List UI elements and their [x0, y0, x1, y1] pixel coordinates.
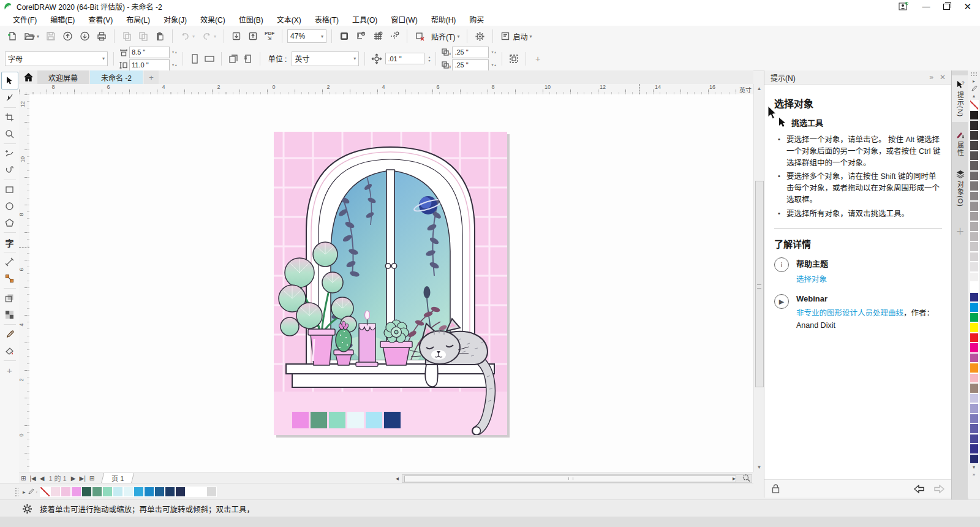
color-swatch[interactable] — [970, 282, 979, 292]
no-color-swatch[interactable] — [970, 100, 979, 110]
duplicate-button[interactable] — [136, 29, 151, 44]
menu-item[interactable]: 工具(O) — [345, 14, 384, 25]
copy-button[interactable] — [119, 29, 134, 44]
show-rulers-button[interactable] — [353, 29, 369, 44]
color-swatch[interactable] — [970, 151, 979, 161]
forward-arrow-icon[interactable] — [933, 485, 944, 493]
help-topic-link[interactable]: 选择对象 — [796, 275, 827, 284]
document-palette-scroll-left-icon[interactable]: ‹ — [34, 489, 40, 495]
ellipse-tool[interactable] — [2, 198, 18, 214]
shape-tool[interactable] — [2, 89, 18, 106]
color-swatch[interactable] — [970, 383, 979, 393]
document-palette-handle[interactable] — [15, 487, 18, 497]
treat-as-filled-button[interactable] — [508, 53, 520, 65]
scroll-up-icon[interactable]: ▲ — [754, 86, 764, 91]
color-swatch[interactable] — [970, 211, 979, 222]
color-swatch[interactable] — [970, 343, 979, 353]
color-swatch[interactable] — [970, 131, 979, 141]
color-swatch[interactable] — [165, 487, 175, 497]
current-page-button[interactable] — [242, 53, 254, 65]
menu-item[interactable]: 文件(F) — [6, 14, 43, 25]
color-swatch[interactable] — [970, 434, 979, 444]
color-swatch[interactable] — [970, 201, 979, 211]
snap-off-button[interactable] — [412, 29, 427, 44]
show-grid-button[interactable] — [371, 29, 385, 44]
color-swatch[interactable] — [970, 403, 979, 414]
color-swatch[interactable] — [970, 110, 979, 121]
duplicate-distance-y-field[interactable]: .25 " — [452, 59, 489, 71]
first-page-button[interactable]: |◀ — [28, 475, 37, 482]
color-swatch[interactable] — [50, 487, 61, 497]
no-color-swatch[interactable] — [40, 487, 50, 497]
color-swatch[interactable] — [970, 313, 979, 323]
parallel-dimension-tool[interactable] — [2, 254, 18, 270]
color-swatch[interactable] — [123, 487, 134, 497]
collapse-docker-icon[interactable]: » — [929, 73, 933, 82]
color-swatch[interactable] — [154, 487, 165, 497]
color-swatch[interactable] — [970, 302, 979, 313]
drop-shadow-tool[interactable] — [2, 290, 18, 306]
redo-button[interactable]: ▾ — [199, 29, 219, 44]
webinar-link[interactable]: 非专业的图形设计人员处理曲线 — [796, 309, 903, 317]
color-swatch[interactable] — [970, 333, 979, 343]
color-swatch[interactable] — [970, 322, 979, 333]
color-swatch[interactable] — [970, 120, 979, 131]
all-pages-button[interactable] — [227, 53, 239, 65]
add-docker-button[interactable]: ＋ — [956, 224, 965, 237]
cloud-download-icon[interactable] — [77, 29, 92, 44]
snap-to-menu[interactable]: 贴齐(T)▾ — [429, 29, 462, 44]
color-swatch[interactable] — [970, 414, 979, 424]
vertical-ruler[interactable]: 121086420 — [19, 94, 30, 472]
menu-item[interactable]: 编辑(E) — [43, 14, 81, 25]
color-swatch[interactable] — [970, 353, 979, 363]
color-swatch[interactable] — [970, 454, 979, 464]
color-swatch[interactable] — [970, 373, 979, 384]
palette-scroll-down-icon[interactable]: ▾ — [973, 464, 975, 471]
page-size-preset-combo[interactable]: 字母▾ — [5, 51, 108, 66]
landscape-orientation-button[interactable] — [203, 53, 216, 65]
tab-welcome-screen[interactable]: 欢迎屏幕 — [37, 70, 89, 84]
palette-scroll-up-icon[interactable]: ▴ — [973, 93, 975, 100]
color-swatch[interactable] — [71, 487, 81, 497]
text-tool[interactable]: 字 — [2, 234, 18, 251]
color-swatch[interactable] — [970, 292, 979, 303]
palette-flyout-icon[interactable]: ▸ — [973, 78, 975, 85]
color-swatch[interactable] — [970, 272, 979, 282]
docker-tab-objects[interactable]: 对象(O) — [952, 165, 968, 212]
palette-expand-icon[interactable]: » — [973, 471, 975, 479]
close-docker-icon[interactable]: ✕ — [940, 73, 946, 82]
publish-to-pdf-button[interactable]: PDF⇲ — [262, 29, 277, 44]
options-gear-button[interactable] — [472, 29, 488, 44]
hscroll-right-icon[interactable]: ▸ — [731, 475, 737, 482]
color-swatch[interactable] — [134, 487, 144, 497]
nudge-offset-field[interactable]: .01 " — [385, 53, 424, 64]
show-guidelines-button[interactable] — [387, 29, 402, 44]
color-swatch[interactable] — [196, 487, 206, 497]
menu-item[interactable]: 文本(X) — [270, 14, 308, 25]
minimize-button[interactable]: — — [922, 2, 930, 11]
zoom-level-combo[interactable]: 47%▾ — [287, 29, 326, 43]
menu-item[interactable]: 购买 — [462, 14, 491, 25]
document-palette-flyout-icon[interactable]: ▸ — [21, 489, 28, 495]
color-swatch[interactable] — [175, 487, 186, 497]
interactive-fill-tool[interactable] — [2, 343, 18, 359]
print-button[interactable] — [94, 29, 109, 44]
page-1-tab[interactable]: 页 1 — [101, 473, 134, 483]
color-swatch[interactable] — [206, 487, 217, 497]
freehand-tool[interactable] — [2, 145, 18, 162]
page-height-field[interactable]: 11.0 " — [129, 59, 170, 71]
restore-button[interactable] — [943, 4, 950, 10]
color-swatch[interactable] — [970, 171, 979, 181]
pick-tool[interactable] — [1, 72, 18, 89]
add-page-before-button[interactable]: ⊞ — [19, 475, 28, 482]
scroll-down-icon[interactable]: ▼ — [754, 464, 764, 470]
color-swatch[interactable] — [970, 221, 979, 232]
color-swatch[interactable] — [970, 140, 979, 151]
pan-zoom-button[interactable] — [742, 474, 751, 482]
docker-tab-hints[interactable]: ? 提示(N) — [952, 75, 968, 122]
color-swatch[interactable] — [970, 181, 979, 191]
artistic-media-tool[interactable] — [2, 162, 18, 178]
rectangle-tool[interactable] — [2, 181, 18, 198]
color-swatch[interactable] — [102, 487, 113, 497]
menu-item[interactable]: 位图(B) — [232, 14, 270, 25]
